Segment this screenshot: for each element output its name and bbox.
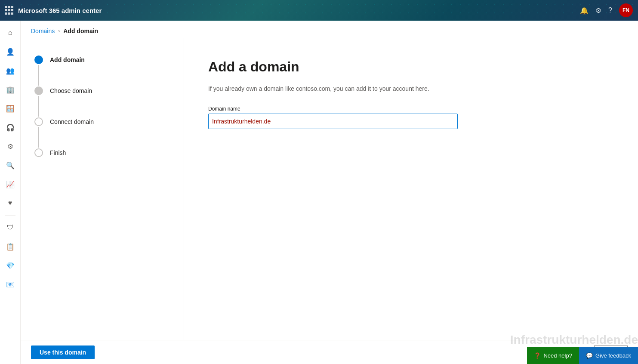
main-layout: ⌂ 👤 👥 🏢 🪟 🎧 ⚙ 🔍 📈 ♥ 🛡 📋 💎 📧 Domains › Ad… xyxy=(0,21,638,364)
topbar-actions: 🔔 ⚙ ? FN xyxy=(580,3,633,17)
page-wrapper: Domains › Add domain Add domain xyxy=(21,21,638,364)
sidebar-item-support[interactable]: 🎧 xyxy=(2,119,19,136)
apps-grid-icon[interactable] xyxy=(5,6,14,15)
main-content: Add a domain If you already own a domain… xyxy=(184,38,638,364)
domain-name-input[interactable] xyxy=(208,114,458,129)
sidebar-item-exchange[interactable]: 📧 xyxy=(2,276,19,293)
feedback-icon: 💬 xyxy=(586,352,593,359)
step-label-3: Connect domain xyxy=(50,117,94,126)
wizard-step-2: Choose domain xyxy=(34,86,170,117)
help-icon[interactable]: ? xyxy=(608,6,612,14)
user-avatar[interactable]: FN xyxy=(619,3,633,17)
step-label-4: Finish xyxy=(50,148,66,157)
need-help-button[interactable]: ❓ Need help? xyxy=(527,347,579,364)
sidebar-item-groups[interactable]: 👥 xyxy=(2,62,19,79)
page-description: If you already own a domain like contoso… xyxy=(208,85,432,92)
wizard-panel: Add domain Choose domain xyxy=(21,38,184,364)
give-feedback-label: Give feedback xyxy=(595,352,631,359)
domain-name-label: Domain name xyxy=(208,106,614,112)
sidebar: ⌂ 👤 👥 🏢 🪟 🎧 ⚙ 🔍 📈 ♥ 🛡 📋 💎 📧 xyxy=(0,21,21,364)
step-line-3 xyxy=(38,127,39,148)
wizard-step-4: Finish xyxy=(34,148,170,157)
sidebar-item-health[interactable]: ♥ xyxy=(2,194,19,212)
breadcrumb-separator: › xyxy=(58,28,60,34)
wizard-steps: Add domain Choose domain xyxy=(34,56,170,157)
wizard-step-3: Connect domain xyxy=(34,117,170,148)
two-panel: Add domain Choose domain xyxy=(21,38,638,364)
breadcrumb-parent[interactable]: Domains xyxy=(31,28,55,34)
sidebar-item-compliance[interactable]: 📋 xyxy=(2,238,19,255)
step-connector-2 xyxy=(34,86,43,117)
sidebar-item-users[interactable]: 👤 xyxy=(2,43,19,60)
use-domain-button[interactable]: Use this domain xyxy=(31,345,95,359)
breadcrumb: Domains › Add domain xyxy=(21,21,638,38)
notification-icon[interactable]: 🔔 xyxy=(580,6,589,15)
breadcrumb-current: Add domain xyxy=(63,28,98,34)
step-dot-1 xyxy=(34,56,43,64)
step-connector-4 xyxy=(34,148,43,157)
step-dot-3 xyxy=(34,117,43,126)
step-line-2 xyxy=(38,96,39,117)
wizard-step-1: Add domain xyxy=(34,56,170,86)
page-title: Add a domain xyxy=(208,59,614,75)
sidebar-item-reports[interactable]: 📈 xyxy=(2,176,19,193)
give-feedback-button[interactable]: 💬 Give feedback xyxy=(579,347,638,364)
sidebar-divider-1 xyxy=(5,215,15,216)
sidebar-item-search[interactable]: 🔍 xyxy=(2,157,19,174)
step-label-2: Choose domain xyxy=(50,86,92,95)
sidebar-item-endpoint[interactable]: 💎 xyxy=(2,257,19,274)
need-help-label: Need help? xyxy=(543,352,572,359)
step-line-1 xyxy=(38,65,39,86)
sidebar-item-settings[interactable]: ⚙ xyxy=(2,138,19,155)
step-connector-3 xyxy=(34,117,43,148)
step-dot-2 xyxy=(34,86,43,95)
sidebar-item-org[interactable]: 🏢 xyxy=(2,81,19,98)
sidebar-item-security[interactable]: 🛡 xyxy=(2,219,19,236)
step-connector-1 xyxy=(34,56,43,86)
settings-icon[interactable]: ⚙ xyxy=(595,6,601,15)
sidebar-item-home[interactable]: ⌂ xyxy=(2,24,19,41)
question-circle-icon: ❓ xyxy=(534,352,541,359)
step-label-1: Add domain xyxy=(50,56,85,64)
topbar: Microsoft 365 admin center 🔔 ⚙ ? FN xyxy=(0,0,638,21)
step-dot-4 xyxy=(34,148,43,157)
sidebar-item-billing[interactable]: 🪟 xyxy=(2,100,19,117)
help-feedback-bar: ❓ Need help? 💬 Give feedback xyxy=(527,347,638,364)
app-title: Microsoft 365 admin center xyxy=(18,7,102,14)
